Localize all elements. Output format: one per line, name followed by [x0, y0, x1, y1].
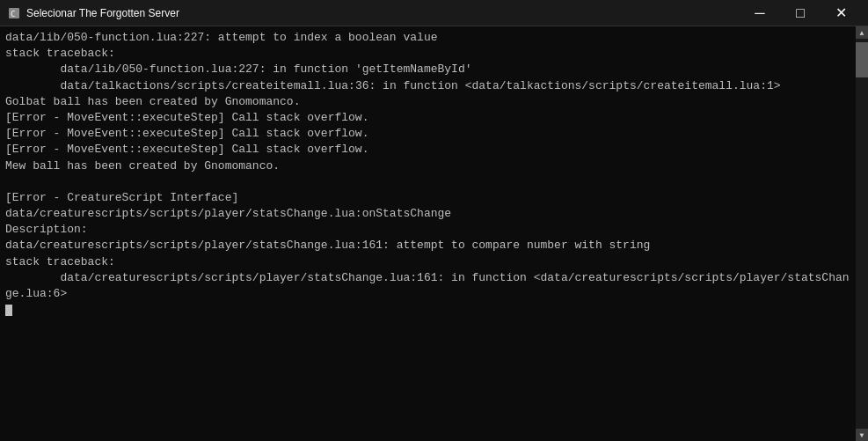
- cursor: [5, 305, 12, 316]
- console-line: data/creaturescripts/scripts/player/stat…: [5, 207, 451, 220]
- console-output: data/lib/050-function.lua:227: attempt t…: [0, 26, 856, 441]
- scrollbar-up[interactable]: ▲: [856, 26, 868, 39]
- console-line: stack traceback:: [5, 47, 115, 60]
- console-line: [Error - MoveEvent::executeStep] Call st…: [5, 127, 368, 140]
- console-line: data/lib/050-function.lua:227: attempt t…: [5, 31, 437, 44]
- console-line: [Error - MoveEvent::executeStep] Call st…: [5, 143, 368, 156]
- console-line: data/creaturescripts/scripts/player/stat…: [5, 239, 650, 252]
- titlebar-icon: C: [7, 6, 21, 20]
- scrollbar-track: [856, 39, 868, 429]
- console-line: [Error - CreatureScript Interface]: [5, 191, 238, 204]
- titlebar: C Selecionar The Forgotten Server ─ □ ✕: [0, 0, 868, 26]
- titlebar-buttons: ─ □ ✕: [740, 0, 861, 26]
- console-line: [5, 303, 12, 316]
- titlebar-title: Selecionar The Forgotten Server: [26, 7, 740, 19]
- console-line: Description:: [5, 223, 88, 236]
- scrollbar[interactable]: ▲ ▼: [856, 26, 868, 441]
- svg-text:C: C: [11, 10, 15, 18]
- console-line: data/talkactions/scripts/createitemall.l…: [5, 79, 781, 92]
- maximize-button[interactable]: □: [780, 0, 821, 26]
- console-line: data/creaturescripts/scripts/player/stat…: [5, 271, 850, 300]
- scrollbar-thumb[interactable]: [856, 42, 868, 77]
- console-line: data/lib/050-function.lua:227: in functi…: [5, 62, 472, 76]
- console-line: stack traceback:: [5, 255, 115, 268]
- console-line: [Error - MoveEvent::executeStep] Call st…: [5, 111, 368, 124]
- console-area: data/lib/050-function.lua:227: attempt t…: [0, 26, 868, 441]
- close-button[interactable]: ✕: [821, 0, 861, 26]
- console-line: Mew ball has been created by Gnomomanco.: [5, 159, 280, 173]
- scrollbar-down[interactable]: ▼: [856, 429, 868, 441]
- minimize-button[interactable]: ─: [740, 0, 780, 26]
- console-line: Golbat ball has been created by Gnomoman…: [5, 95, 300, 108]
